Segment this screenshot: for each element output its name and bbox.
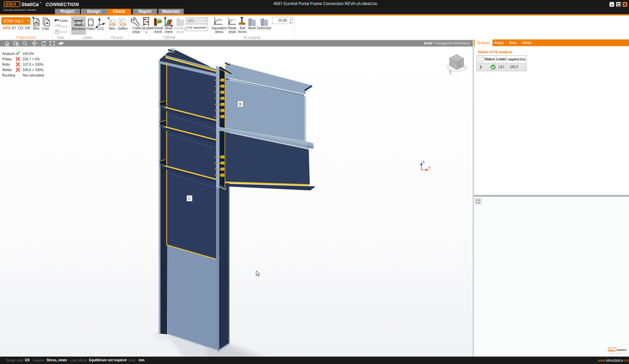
svg-text:®: ® [627,348,628,350]
svg-text:✓: ✓ [455,56,457,58]
svg-text:®: ® [40,2,41,4]
svg-text:C: C [188,197,191,201]
svg-text:Z: Z [423,160,425,164]
svg-text:StatiCa: StatiCa [21,1,39,7]
svg-text:Z: Z [461,62,462,64]
svg-text:idea: idea [609,348,615,352]
svg-text:Y: Y [450,72,452,75]
svg-text:IDEA: IDEA [5,2,17,7]
svg-text:X: X [428,166,430,169]
svg-text:Calculate yesterday's estimate: Calculate yesterday's estimates [609,352,628,354]
svg-text:Y: Y [455,65,456,67]
svg-text:CONNECTION: CONNECTION [46,2,79,7]
svg-text:B: B [239,102,242,106]
svg-text:StatiCa: StatiCa [617,348,627,352]
